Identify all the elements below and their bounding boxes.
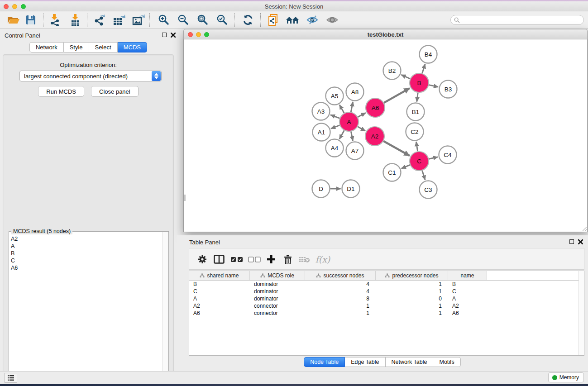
table-row[interactable]: Bdominator41B (189, 281, 584, 288)
graph-node-A3[interactable]: A3 (312, 103, 330, 120)
run-mcds-button[interactable]: Run MCDS (38, 86, 84, 97)
zoom-selected-button[interactable] (214, 13, 230, 27)
deselect-all-button[interactable] (247, 253, 262, 266)
graph-edge-A-A7[interactable] (351, 132, 353, 141)
table-row[interactable]: A2connector11A2 (189, 302, 584, 310)
save-session-button[interactable] (23, 13, 39, 27)
window-resize-grip[interactable] (583, 227, 587, 231)
graph-edge-A6-B[interactable] (384, 88, 410, 103)
network-overview-button[interactable] (265, 13, 282, 27)
graph-node-C1[interactable]: C1 (383, 164, 401, 181)
graph-node-B2[interactable]: B2 (383, 62, 401, 80)
close-table-panel-icon[interactable] (578, 239, 583, 244)
column-header-shared-name[interactable]: shared name (189, 271, 250, 280)
graph-edge-A-A2[interactable] (358, 127, 365, 131)
hide-details-button[interactable] (304, 13, 320, 27)
graph-edge-A-A1[interactable] (331, 125, 339, 129)
graph-edge-A-A5[interactable] (339, 105, 344, 113)
mcds-result-item[interactable]: A (11, 243, 162, 250)
tab-network[interactable]: Network (29, 42, 64, 52)
delete-button[interactable] (280, 253, 296, 266)
tab-motifs[interactable]: Motifs (433, 357, 460, 367)
graph-node-A5[interactable]: A5 (326, 87, 344, 105)
select-all-button[interactable] (229, 253, 244, 266)
graph-node-B3[interactable]: B3 (440, 81, 457, 98)
export-image-button[interactable] (130, 13, 147, 27)
tab-node-table[interactable]: Node Table (304, 357, 345, 367)
import-table-button[interactable] (67, 13, 83, 27)
add-column-button[interactable] (263, 253, 279, 266)
column-header-MCDS-role[interactable]: MCDS role (250, 271, 305, 280)
result-scrollbar[interactable] (163, 232, 168, 386)
network-canvas[interactable]: B4B2BB3A8A5A6A3B1AA1C2A2A4A7C4CC1C3DD1 (183, 39, 588, 232)
graph-edge-A-A6[interactable] (358, 113, 365, 117)
show-panels-button[interactable] (5, 373, 17, 383)
graph-edge-C-C2[interactable] (416, 142, 417, 151)
table-row[interactable]: Adominator80A (189, 295, 584, 302)
graph-node-B[interactable]: B (410, 73, 429, 92)
graph-edge-A-A8[interactable] (351, 102, 353, 112)
column-header-name[interactable]: name (448, 271, 487, 280)
graph-node-D1[interactable]: D1 (342, 180, 360, 198)
zoom-in-button[interactable] (156, 13, 172, 27)
graph-node-A6[interactable]: A6 (366, 98, 385, 117)
graph-edge-C-C4[interactable] (429, 157, 438, 159)
table-settings-button[interactable] (195, 253, 210, 266)
mcds-result-item[interactable]: B (11, 250, 162, 257)
graph-edge-C-C1[interactable] (402, 165, 410, 168)
graph-edge-B-B2[interactable] (402, 75, 410, 79)
graph-node-A4[interactable]: A4 (326, 139, 344, 157)
table-row[interactable]: A6connector11A6 (189, 310, 584, 317)
graph-node-C3[interactable]: C3 (420, 181, 437, 199)
mcds-result-item[interactable]: C (11, 257, 162, 264)
tab-style[interactable]: Style (64, 42, 89, 52)
graph-edge-B-B1[interactable] (417, 93, 418, 102)
graph-node-A2[interactable]: A2 (365, 127, 384, 146)
graph-edge-A-A4[interactable] (339, 130, 344, 139)
home-button[interactable] (284, 13, 301, 27)
graph-node-C[interactable]: C (410, 152, 429, 171)
zoom-fit-button[interactable] (195, 13, 211, 27)
tab-network-table[interactable]: Network Table (386, 357, 434, 367)
graph-node-A[interactable]: A (339, 112, 359, 131)
graph-edge-A-A3[interactable] (330, 115, 339, 119)
export-network-button[interactable] (91, 13, 108, 27)
graph-edge-B-B3[interactable] (429, 85, 438, 87)
close-panel-icon[interactable] (171, 33, 176, 38)
graph-edge-B-B4[interactable] (422, 64, 425, 73)
mcds-result-item[interactable]: A2 (11, 235, 162, 243)
graph-node-A7[interactable]: A7 (346, 142, 364, 160)
tab-select[interactable]: Select (89, 42, 118, 52)
graph-node-C2[interactable]: C2 (406, 123, 424, 141)
node-table[interactable]: shared nameMCDS rolesuccessor nodesprede… (189, 271, 584, 356)
column-header-successor-nodes[interactable]: successor nodes (305, 271, 376, 280)
table-row[interactable]: Cdominator41C (189, 288, 584, 295)
optimization-criterion-select[interactable]: largest connected component (directed) (19, 71, 162, 81)
refresh-button[interactable] (240, 13, 256, 27)
split-panel-button[interactable] (211, 253, 227, 266)
tab-mcds[interactable]: MCDS (118, 42, 147, 52)
open-session-button[interactable] (5, 13, 22, 27)
graph-node-C4[interactable]: C4 (439, 146, 457, 164)
float-panel-icon[interactable] (162, 33, 167, 37)
search-input[interactable] (462, 17, 583, 23)
column-header-predecessor-nodes[interactable]: predecessor nodes (376, 271, 448, 280)
graph-node-D[interactable]: D (312, 180, 330, 198)
table-scrollbar[interactable] (578, 271, 584, 355)
tab-edge-table[interactable]: Edge Table (345, 357, 385, 367)
float-table-panel-icon[interactable] (569, 239, 574, 244)
zoom-out-button[interactable] (175, 13, 191, 27)
memory-button[interactable]: Memory (548, 372, 584, 382)
import-network-button[interactable] (47, 13, 63, 27)
mcds-result-item[interactable]: A6 (11, 264, 162, 272)
close-panel-button[interactable]: Close panel (91, 86, 139, 97)
export-table-button[interactable] (111, 13, 127, 27)
graph-node-B1[interactable]: B1 (407, 103, 425, 121)
graph-edge-A2-C[interactable] (383, 141, 410, 156)
show-graphics-button[interactable] (324, 13, 340, 27)
graph-edge-C-C3[interactable] (422, 171, 425, 180)
graph-node-A8[interactable]: A8 (346, 83, 364, 101)
graph-node-B4[interactable]: B4 (420, 46, 437, 63)
graph-node-A1[interactable]: A1 (313, 124, 330, 141)
canvas-scroll-thumb[interactable] (184, 195, 186, 201)
